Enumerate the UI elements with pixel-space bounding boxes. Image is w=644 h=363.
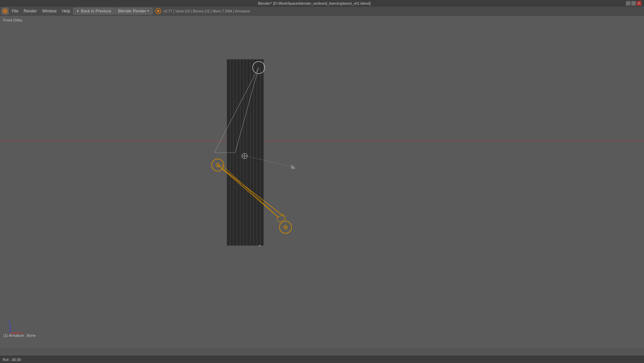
status-bar: Rot: -30.00	[0, 356, 644, 363]
render-engine-selector[interactable]: Blender Render	[115, 8, 153, 14]
svg-point-7	[157, 10, 160, 12]
window-controls: ─ □ ✕	[626, 1, 641, 6]
menu-render[interactable]: Render	[21, 8, 39, 14]
viewport[interactable]: Front Ortho	[0, 15, 644, 348]
viewport-center	[242, 153, 247, 159]
title-bar: Blender* [D:\WorkSpace\blender_ws\bond_l…	[0, 0, 644, 7]
minimize-button[interactable]: ─	[626, 1, 631, 6]
svg-text:Z: Z	[8, 320, 10, 323]
back-to-previous-button[interactable]: Back to Previous	[73, 8, 114, 14]
svg-marker-4	[77, 10, 78, 12]
back-button-label: Back to Previous	[81, 9, 111, 13]
title-bar-text: Blender* [D:\WorkSpace\blender_ws\bond_l…	[3, 1, 626, 5]
menu-help[interactable]: Help	[59, 8, 73, 14]
menu-window[interactable]: Window	[40, 8, 59, 14]
blender-icon[interactable]	[1, 7, 9, 15]
render-engine-label: Blender Render	[118, 9, 146, 13]
rotation-status: Rot: -30.00	[3, 358, 21, 362]
svg-point-24	[259, 245, 260, 246]
object-info: (1) Armature : Bone	[3, 333, 36, 337]
menu-file[interactable]: File	[9, 8, 20, 14]
close-button[interactable]: ✕	[637, 1, 641, 6]
svg-marker-5	[147, 10, 149, 12]
blender-logo-icon	[155, 8, 161, 14]
status-info: v2.77 | Verts:2/3 | Bones:1/2 | Mem:7.50…	[163, 9, 250, 13]
menu-bar: File Render Window Help Back to Previous…	[0, 7, 644, 15]
object-info-text: (1) Armature : Bone	[3, 333, 36, 337]
maximize-button[interactable]: □	[631, 1, 636, 6]
back-icon	[76, 9, 80, 13]
dropdown-icon	[147, 10, 149, 12]
scene-svg	[0, 15, 644, 348]
